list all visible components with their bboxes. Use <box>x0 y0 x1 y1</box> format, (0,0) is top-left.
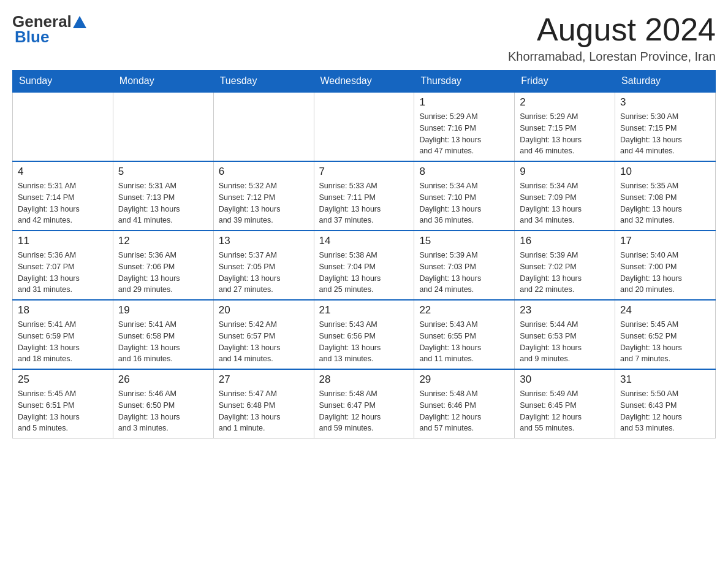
title-section: August 2024 Khorramabad, Lorestan Provin… <box>508 12 716 64</box>
calendar-cell: 7Sunrise: 5:33 AMSunset: 7:11 PMDaylight… <box>314 161 414 231</box>
calendar-cell: 20Sunrise: 5:42 AMSunset: 6:57 PMDayligh… <box>213 300 314 369</box>
day-number: 13 <box>219 235 309 247</box>
calendar-header: SundayMondayTuesdayWednesdayThursdayFrid… <box>13 71 716 93</box>
calendar-cell: 21Sunrise: 5:43 AMSunset: 6:56 PMDayligh… <box>314 300 414 369</box>
day-info: Sunrise: 5:30 AMSunset: 7:15 PMDaylight:… <box>620 111 710 157</box>
day-info: Sunrise: 5:50 AMSunset: 6:43 PMDaylight:… <box>620 388 710 434</box>
calendar-cell: 31Sunrise: 5:50 AMSunset: 6:43 PMDayligh… <box>615 369 716 439</box>
week-row-4: 25Sunrise: 5:45 AMSunset: 6:51 PMDayligh… <box>13 369 716 439</box>
header-row: SundayMondayTuesdayWednesdayThursdayFrid… <box>13 71 716 93</box>
calendar-cell: 18Sunrise: 5:41 AMSunset: 6:59 PMDayligh… <box>13 300 113 369</box>
day-info: Sunrise: 5:34 AMSunset: 7:09 PMDaylight:… <box>520 180 610 226</box>
day-number: 12 <box>118 235 208 247</box>
calendar-cell: 22Sunrise: 5:43 AMSunset: 6:55 PMDayligh… <box>414 300 515 369</box>
day-number: 11 <box>18 235 108 247</box>
day-info: Sunrise: 5:38 AMSunset: 7:04 PMDaylight:… <box>319 250 409 296</box>
day-number: 16 <box>520 235 610 247</box>
day-number: 1 <box>419 96 509 109</box>
calendar-cell: 14Sunrise: 5:38 AMSunset: 7:04 PMDayligh… <box>314 231 414 300</box>
calendar-cell: 15Sunrise: 5:39 AMSunset: 7:03 PMDayligh… <box>414 231 515 300</box>
day-number: 24 <box>620 304 710 316</box>
day-info: Sunrise: 5:34 AMSunset: 7:10 PMDaylight:… <box>419 180 509 226</box>
calendar-cell: 29Sunrise: 5:48 AMSunset: 6:46 PMDayligh… <box>414 369 515 439</box>
day-header-wednesday: Wednesday <box>314 71 414 93</box>
calendar-cell: 1Sunrise: 5:29 AMSunset: 7:16 PMDaylight… <box>414 92 515 161</box>
day-info: Sunrise: 5:39 AMSunset: 7:03 PMDaylight:… <box>419 250 509 296</box>
day-number: 31 <box>620 373 710 386</box>
day-info: Sunrise: 5:49 AMSunset: 6:45 PMDaylight:… <box>520 388 610 434</box>
day-info: Sunrise: 5:47 AMSunset: 6:48 PMDaylight:… <box>219 388 309 434</box>
day-info: Sunrise: 5:31 AMSunset: 7:13 PMDaylight:… <box>118 180 208 226</box>
calendar-cell: 30Sunrise: 5:49 AMSunset: 6:45 PMDayligh… <box>515 369 615 439</box>
calendar-cell: 27Sunrise: 5:47 AMSunset: 6:48 PMDayligh… <box>213 369 314 439</box>
day-header-thursday: Thursday <box>414 71 515 93</box>
day-number: 17 <box>620 235 710 247</box>
day-number: 7 <box>319 166 409 178</box>
day-number: 8 <box>419 166 509 178</box>
day-number: 30 <box>520 373 610 386</box>
day-info: Sunrise: 5:43 AMSunset: 6:56 PMDaylight:… <box>319 319 409 365</box>
calendar-table: SundayMondayTuesdayWednesdayThursdayFrid… <box>12 70 716 439</box>
calendar-cell: 9Sunrise: 5:34 AMSunset: 7:09 PMDaylight… <box>515 161 615 231</box>
day-number: 29 <box>419 373 509 386</box>
day-number: 6 <box>219 166 309 178</box>
day-info: Sunrise: 5:31 AMSunset: 7:14 PMDaylight:… <box>18 180 108 226</box>
calendar-cell: 26Sunrise: 5:46 AMSunset: 6:50 PMDayligh… <box>113 369 213 439</box>
day-info: Sunrise: 5:41 AMSunset: 6:58 PMDaylight:… <box>118 319 208 365</box>
day-number: 21 <box>319 304 409 316</box>
day-number: 9 <box>520 166 610 178</box>
calendar-cell: 13Sunrise: 5:37 AMSunset: 7:05 PMDayligh… <box>213 231 314 300</box>
day-header-friday: Friday <box>515 71 615 93</box>
day-info: Sunrise: 5:42 AMSunset: 6:57 PMDaylight:… <box>219 319 309 365</box>
calendar-cell <box>314 92 414 161</box>
day-info: Sunrise: 5:48 AMSunset: 6:46 PMDaylight:… <box>419 388 509 434</box>
calendar-cell <box>13 92 113 161</box>
day-header-sunday: Sunday <box>13 71 113 93</box>
calendar-cell <box>213 92 314 161</box>
calendar-cell: 3Sunrise: 5:30 AMSunset: 7:15 PMDaylight… <box>615 92 716 161</box>
day-info: Sunrise: 5:36 AMSunset: 7:07 PMDaylight:… <box>18 250 108 296</box>
week-row-1: 4Sunrise: 5:31 AMSunset: 7:14 PMDaylight… <box>13 161 716 231</box>
day-info: Sunrise: 5:41 AMSunset: 6:59 PMDaylight:… <box>18 319 108 365</box>
day-number: 5 <box>118 166 208 178</box>
calendar-cell: 28Sunrise: 5:48 AMSunset: 6:47 PMDayligh… <box>314 369 414 439</box>
svg-marker-0 <box>73 16 86 28</box>
calendar-cell: 23Sunrise: 5:44 AMSunset: 6:53 PMDayligh… <box>515 300 615 369</box>
calendar-cell: 11Sunrise: 5:36 AMSunset: 7:07 PMDayligh… <box>13 231 113 300</box>
calendar-cell: 24Sunrise: 5:45 AMSunset: 6:52 PMDayligh… <box>615 300 716 369</box>
day-number: 27 <box>219 373 309 386</box>
week-row-3: 18Sunrise: 5:41 AMSunset: 6:59 PMDayligh… <box>13 300 716 369</box>
week-row-0: 1Sunrise: 5:29 AMSunset: 7:16 PMDaylight… <box>13 92 716 161</box>
day-info: Sunrise: 5:32 AMSunset: 7:12 PMDaylight:… <box>219 180 309 226</box>
day-number: 15 <box>419 235 509 247</box>
calendar-cell: 6Sunrise: 5:32 AMSunset: 7:12 PMDaylight… <box>213 161 314 231</box>
day-number: 25 <box>18 373 108 386</box>
day-info: Sunrise: 5:40 AMSunset: 7:00 PMDaylight:… <box>620 250 710 296</box>
day-number: 18 <box>18 304 108 316</box>
day-header-saturday: Saturday <box>615 71 716 93</box>
day-info: Sunrise: 5:35 AMSunset: 7:08 PMDaylight:… <box>620 180 710 226</box>
day-number: 4 <box>18 166 108 178</box>
location-subtitle: Khorramabad, Lorestan Province, Iran <box>508 50 716 64</box>
logo-triangle-icon <box>73 16 86 28</box>
calendar-cell <box>113 92 213 161</box>
day-number: 28 <box>319 373 409 386</box>
logo-text-blue: Blue <box>15 28 49 47</box>
calendar-body: 1Sunrise: 5:29 AMSunset: 7:16 PMDaylight… <box>13 92 716 439</box>
day-header-tuesday: Tuesday <box>213 71 314 93</box>
calendar-cell: 4Sunrise: 5:31 AMSunset: 7:14 PMDaylight… <box>13 161 113 231</box>
day-number: 26 <box>118 373 208 386</box>
day-info: Sunrise: 5:44 AMSunset: 6:53 PMDaylight:… <box>520 319 610 365</box>
calendar-cell: 12Sunrise: 5:36 AMSunset: 7:06 PMDayligh… <box>113 231 213 300</box>
day-number: 10 <box>620 166 710 178</box>
logo: General Blue <box>12 12 86 47</box>
day-header-monday: Monday <box>113 71 213 93</box>
calendar-cell: 10Sunrise: 5:35 AMSunset: 7:08 PMDayligh… <box>615 161 716 231</box>
calendar-cell: 16Sunrise: 5:39 AMSunset: 7:02 PMDayligh… <box>515 231 615 300</box>
day-number: 14 <box>319 235 409 247</box>
day-info: Sunrise: 5:37 AMSunset: 7:05 PMDaylight:… <box>219 250 309 296</box>
day-info: Sunrise: 5:29 AMSunset: 7:16 PMDaylight:… <box>419 111 509 157</box>
day-number: 2 <box>520 96 610 109</box>
day-info: Sunrise: 5:45 AMSunset: 6:52 PMDaylight:… <box>620 319 710 365</box>
calendar-cell: 19Sunrise: 5:41 AMSunset: 6:58 PMDayligh… <box>113 300 213 369</box>
